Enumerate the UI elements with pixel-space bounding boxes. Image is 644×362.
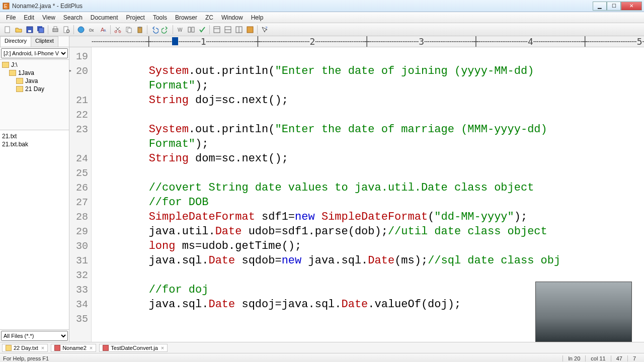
svg-text:0x: 0x bbox=[89, 28, 94, 33]
code-line[interactable] bbox=[96, 268, 644, 283]
tab-cliptext[interactable]: Cliptext bbox=[31, 36, 58, 47]
code-line[interactable]: SimpleDateFormat sdf1=new SimpleDateForm… bbox=[96, 210, 644, 224]
code-line[interactable]: System.out.println("Enter the date of jo… bbox=[96, 64, 644, 78]
close-tab-icon[interactable]: × bbox=[41, 345, 44, 351]
file-icon bbox=[103, 345, 109, 351]
menu-zc[interactable]: ZC bbox=[201, 13, 217, 22]
check-icon[interactable] bbox=[197, 24, 208, 35]
menu-search[interactable]: Search bbox=[59, 13, 87, 22]
svg-rect-2 bbox=[5, 27, 10, 33]
tree-item[interactable]: 21 Day bbox=[0, 85, 69, 93]
folder-icon bbox=[16, 78, 23, 84]
line-gutter: 1920.212223.242526272829303132333435 bbox=[69, 47, 92, 342]
save-all-icon[interactable] bbox=[35, 24, 46, 35]
file-list[interactable]: 21.txt21.txt.bak bbox=[0, 130, 69, 329]
undo-icon[interactable] bbox=[149, 24, 160, 35]
svg-rect-18 bbox=[128, 28, 131, 33]
folder-icon bbox=[16, 86, 23, 92]
window-list-icon[interactable] bbox=[211, 24, 222, 35]
code-line[interactable]: Format"); bbox=[96, 78, 644, 93]
file-item[interactable]: 21.txt.bak bbox=[2, 140, 67, 148]
code-line[interactable]: System.out.println("Enter the date of ma… bbox=[96, 122, 644, 137]
menu-file[interactable]: File bbox=[2, 13, 20, 22]
menu-help[interactable]: Help bbox=[247, 13, 268, 22]
drive-select[interactable]: [J:] Android, I-Phone V bbox=[1, 48, 68, 58]
maximize-button[interactable]: ☐ bbox=[607, 2, 621, 11]
ruler-caret-icon bbox=[172, 37, 178, 45]
status-sel: 47 bbox=[611, 355, 627, 361]
tree-item[interactable]: J:\ bbox=[0, 61, 69, 69]
save-icon[interactable] bbox=[24, 24, 35, 35]
status-col: col 11 bbox=[585, 355, 610, 361]
code-line[interactable] bbox=[96, 108, 644, 122]
code-line[interactable]: long ms=udob.getTime(); bbox=[96, 239, 644, 253]
code-line[interactable]: //for DOB bbox=[96, 195, 644, 210]
code-line[interactable]: String doj=sc.next(); bbox=[96, 93, 644, 108]
code-line[interactable]: Format"); bbox=[96, 137, 644, 151]
close-tab-icon[interactable]: × bbox=[161, 345, 164, 351]
tab-directory[interactable]: Directory bbox=[0, 36, 31, 47]
hex-icon[interactable]: 0x bbox=[87, 24, 98, 35]
menu-tools[interactable]: Tools bbox=[149, 13, 171, 22]
file-item[interactable]: 21.txt bbox=[2, 132, 67, 140]
sidebar: Directory Cliptext [J:] Android, I-Phone… bbox=[0, 36, 69, 342]
app-icon: E bbox=[2, 2, 10, 10]
menu-document[interactable]: Document bbox=[87, 13, 122, 22]
svg-text:?: ? bbox=[265, 26, 268, 30]
paste-icon[interactable] bbox=[134, 24, 145, 35]
help-pointer-icon[interactable]: ? bbox=[259, 24, 270, 35]
menu-window[interactable]: Window bbox=[217, 13, 247, 22]
browser-icon[interactable] bbox=[75, 24, 87, 35]
code-line[interactable] bbox=[96, 49, 644, 64]
code-line[interactable]: java.util.Date udob=sdf1.parse(dob);//ut… bbox=[96, 224, 644, 239]
file-icon bbox=[6, 345, 12, 351]
svg-rect-20 bbox=[139, 27, 141, 28]
code-line[interactable] bbox=[96, 166, 644, 180]
columns-icon[interactable] bbox=[186, 24, 197, 35]
svg-rect-8 bbox=[54, 27, 57, 29]
copy-icon[interactable] bbox=[123, 24, 134, 35]
cut-icon[interactable] bbox=[112, 24, 123, 35]
fullscreen-icon[interactable] bbox=[245, 24, 256, 35]
code-line[interactable]: String dom=sc.next(); bbox=[96, 151, 644, 166]
svg-rect-23 bbox=[192, 27, 194, 32]
tree-item[interactable]: Java bbox=[0, 77, 69, 85]
new-file-icon[interactable] bbox=[2, 24, 13, 35]
print-icon[interactable] bbox=[50, 24, 61, 35]
code-line[interactable]: //covert String date values to java.util… bbox=[96, 180, 644, 195]
file-icon bbox=[54, 345, 60, 351]
font-icon[interactable]: AA bbox=[98, 24, 109, 35]
minimize-button[interactable]: ▁ bbox=[593, 2, 607, 11]
close-button[interactable]: ✕ bbox=[621, 2, 642, 11]
split-v-icon[interactable] bbox=[233, 24, 245, 35]
menu-view[interactable]: View bbox=[38, 13, 59, 22]
redo-icon[interactable] bbox=[160, 24, 171, 35]
file-filter-select[interactable]: All Files (*.*) bbox=[1, 331, 68, 341]
menu-edit[interactable]: Edit bbox=[20, 13, 38, 22]
svg-point-11 bbox=[78, 27, 84, 33]
menu-project[interactable]: Project bbox=[122, 13, 149, 22]
menu-browser[interactable]: Browser bbox=[171, 13, 201, 22]
status-help: For Help, press F1 bbox=[3, 355, 562, 361]
svg-rect-6 bbox=[39, 28, 44, 33]
directory-tree[interactable]: J:\1JavaJava21 Day bbox=[0, 60, 69, 130]
svg-rect-30 bbox=[247, 27, 253, 33]
close-tab-icon[interactable]: × bbox=[90, 345, 93, 351]
word-wrap-icon[interactable]: W bbox=[175, 24, 186, 35]
svg-text:W: W bbox=[178, 27, 183, 33]
window-title: Noname2.java * - EditPlus bbox=[12, 3, 593, 10]
menu-bar: FileEditViewSearchDocumentProjectToolsBr… bbox=[0, 12, 644, 23]
svg-rect-22 bbox=[188, 27, 191, 32]
preview-icon[interactable] bbox=[61, 24, 72, 35]
open-icon[interactable] bbox=[13, 24, 24, 35]
doc-tab[interactable]: TestDateConvert.ja× bbox=[99, 344, 168, 352]
svg-rect-7 bbox=[53, 29, 58, 32]
split-h-icon[interactable] bbox=[222, 24, 233, 35]
doc-tab[interactable]: 22 Day.txt× bbox=[2, 344, 48, 352]
doc-tab[interactable]: Noname2× bbox=[51, 344, 96, 352]
tree-item[interactable]: 1Java bbox=[0, 69, 69, 77]
svg-text:A: A bbox=[104, 29, 106, 32]
svg-text:E: E bbox=[4, 4, 8, 9]
code-line[interactable]: java.sql.Date sqdob=new java.sql.Date(ms… bbox=[96, 253, 644, 268]
ruler: ┄┄┄┄┄┄┄┄┄┄┼┄┄┄┄┄┄┄┄┄1┄┄┄┄┄┄┄┄┄┼┄┄┄┄┄┄┄┄┄… bbox=[69, 36, 644, 47]
